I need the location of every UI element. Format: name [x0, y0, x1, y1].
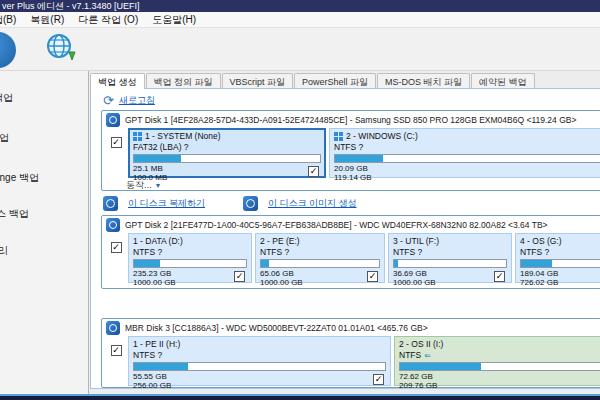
partition-name: 3 - UTIL (F:): [393, 236, 439, 246]
partition-filesystem: NTFS: [399, 350, 421, 360]
partition-total: 209.76 GB: [399, 381, 600, 389]
disk-3-box: MBR Disk 3 [CC1886A3] - WDC WD5000BEVT-2…: [101, 318, 600, 388]
partition-checkbox[interactable]: ✓: [373, 374, 384, 385]
disk-1-checkbox[interactable]: ✓: [111, 137, 122, 148]
image-disk-link[interactable]: 이 디스크 이미지 생성: [268, 197, 357, 210]
partition-total: 119.14 GB: [334, 173, 600, 182]
tab-msdos-batch-files[interactable]: MS-DOS 배치 파일: [377, 73, 470, 89]
partition-usage-bar: [520, 259, 600, 268]
globe-download-icon[interactable]: [45, 32, 77, 64]
partition-usage-bar: [334, 154, 600, 163]
menu-bar: 업(B) 복원(R) 다른 작업 (O) 도움말(H): [0, 12, 600, 28]
partition-total: 100.0 MB: [133, 173, 321, 182]
bottom-status-strip: [0, 394, 600, 400]
partition-block[interactable]: 1 - SYSTEM (None) FAT32 (LBA) ? 25.1 MB …: [128, 128, 326, 178]
partition-used: 235.23 GB: [133, 269, 247, 278]
tab-bar: 백업 생성 백업 정의 파일 VBScript 파일 PowerShell 파일…: [90, 73, 536, 89]
partition-name: 2 - PE (E:): [260, 236, 300, 246]
menu-other-tasks[interactable]: 다른 작업 (O): [71, 12, 145, 28]
tab-backup-definition-files[interactable]: 백업 정의 파일: [146, 73, 221, 89]
sidebar-item-backup-2[interactable]: 업: [0, 131, 9, 145]
partition-filesystem: NTFS ?: [260, 247, 380, 257]
partition-block[interactable]: 4 - OS (G:) NTFS ? 189.04 GB 726.02 GB ✓: [515, 233, 600, 283]
partition-used: 189.04 GB: [520, 269, 600, 278]
partition-usage-bar: [393, 259, 507, 268]
clone-disk-link[interactable]: 이 디스크 복제하기: [128, 197, 205, 210]
partition-usage-bar: [260, 259, 380, 268]
partition-filesystem: NTFS ?: [133, 247, 247, 257]
partition-block-os2[interactable]: 2 - OS II (I:) NTFS ⇐ 72.62 GB 209.76 GB…: [394, 336, 600, 386]
partition-name: 1 - SYSTEM (None): [145, 131, 221, 141]
sidebar-item-exchange-backup[interactable]: ange 백업: [0, 171, 39, 185]
disk-2-checkbox[interactable]: ✓: [111, 242, 122, 253]
partition-block[interactable]: 3 - UTIL (F:) NTFS ? 36.69 GB 1000.00 GB…: [388, 233, 512, 283]
partition-name: 1 - DATA (D:): [133, 236, 183, 246]
toolbar: [0, 28, 600, 71]
partition-total: 1000.00 GB: [133, 278, 247, 287]
partition-total: 1000.00 GB: [393, 278, 507, 287]
partition-filesystem: NTFS ?: [520, 247, 600, 257]
refresh-link[interactable]: 새로고침: [119, 94, 155, 107]
refresh-icon[interactable]: ⟳: [103, 95, 114, 107]
tab-create-backup[interactable]: 백업 생성: [90, 73, 145, 89]
partition-usage-bar: [133, 362, 386, 371]
disk-1-box: GPT Disk 1 [4EF28A28-57D4-433D-A091-52E4…: [101, 110, 600, 191]
sidebar-item-database-backup[interactable]: 스 백업: [0, 207, 29, 221]
partition-block[interactable]: 1 - PE II (H:) NTFS ? 55.55 GB 256.00 GB…: [128, 336, 391, 386]
backup-panel: ⟳ 새로고침 GPT Disk 1 [4EF28A28-57D4-433D-A0…: [90, 88, 600, 389]
partition-used: 36.69 GB: [393, 269, 507, 278]
partition-block[interactable]: 1 - DATA (D:) NTFS ? 235.23 GB 1000.00 G…: [128, 233, 252, 283]
partition-checkbox[interactable]: ✓: [494, 271, 505, 282]
menu-help[interactable]: 도움말(H): [145, 12, 203, 28]
partition-filesystem: NTFS ?: [133, 350, 386, 360]
partition-used: 72.62 GB: [399, 372, 600, 381]
partition-filesystem: NTFS ?: [393, 247, 507, 257]
disk-2-header: GPT Disk 2 [21FE477D-1A00-40C5-96A7-EFB6…: [125, 220, 548, 230]
disk-2-box: GPT Disk 2 [21FE477D-1A00-40C5-96A7-EFB6…: [101, 215, 600, 289]
partition-used: 25.1 MB: [133, 164, 321, 173]
window-title: ver Plus 에디션 - v7.1.3480 [UEFI]: [0, 0, 600, 12]
partition-used: 55.55 GB: [133, 372, 386, 381]
partition-used: 65.06 GB: [260, 269, 380, 278]
partition-usage-bar: [133, 259, 247, 268]
partition-total: 256.00 GB: [133, 381, 386, 389]
disk-3-checkbox[interactable]: ✓: [111, 345, 122, 356]
image-disk-icon: [243, 196, 258, 211]
partition-usage-bar: [133, 154, 321, 163]
partition-usage-bar: [399, 362, 600, 371]
partition-filesystem: NTFS ?: [334, 142, 600, 152]
sidebar-item-manage[interactable]: 리: [0, 244, 8, 258]
partition-name: 4 - OS (G:): [520, 236, 562, 246]
partition-total: 726.02 GB: [520, 278, 600, 287]
menu-backup[interactable]: 업(B): [0, 12, 23, 28]
disk-1-header: GPT Disk 1 [4EF28A28-57D4-433D-A091-52E4…: [125, 115, 576, 125]
clone-disk-icon: [103, 196, 118, 211]
chevron-down-icon: ▼: [155, 182, 162, 189]
partition-filesystem: FAT32 (LBA) ?: [133, 142, 321, 152]
disk-icon: [106, 218, 120, 232]
partition-checkbox[interactable]: ✓: [308, 166, 319, 177]
menu-restore[interactable]: 복원(R): [23, 12, 71, 28]
tab-scheduled-backups[interactable]: 예약된 백업: [471, 73, 535, 89]
task-sidebar: 백업 업 ange 백업 스 백업 리: [0, 71, 89, 394]
windows-logo-icon: [133, 132, 142, 141]
toolbar-circle-button[interactable]: [0, 32, 16, 68]
partition-block[interactable]: 2 - WINDOWS (C:) NTFS ? 20.09 GB 119.14 …: [329, 128, 600, 178]
disk-icon: [106, 321, 120, 335]
disk-icon: [106, 113, 120, 127]
tab-vbscript-files[interactable]: VBScript 파일: [222, 73, 294, 89]
partition-name: 1 - PE II (H:): [133, 339, 180, 349]
partition-used: 20.09 GB: [334, 164, 600, 173]
partition-name: 2 - WINDOWS (C:): [346, 131, 418, 141]
partition-checkbox[interactable]: ✓: [234, 271, 245, 282]
partition-block[interactable]: 2 - PE (E:) NTFS ? 65.06 GB 1000.00 GB ✓: [255, 233, 385, 283]
partition-name: 2 - OS II (I:): [399, 339, 443, 349]
partition-checkbox[interactable]: ✓: [367, 271, 378, 282]
sidebar-item-backup-1[interactable]: 백업: [0, 91, 13, 105]
tab-powershell-files[interactable]: PowerShell 파일: [294, 73, 376, 89]
main-area: 백업 생성 백업 정의 파일 VBScript 파일 PowerShell 파일…: [90, 71, 600, 394]
partition-flag-icon: ⇐: [424, 351, 431, 360]
partition-total: 1000.00 GB: [260, 278, 380, 287]
windows-logo-icon: [334, 132, 343, 141]
disk-3-header: MBR Disk 3 [CC1886A3] - WDC WD5000BEVT-2…: [125, 323, 428, 333]
